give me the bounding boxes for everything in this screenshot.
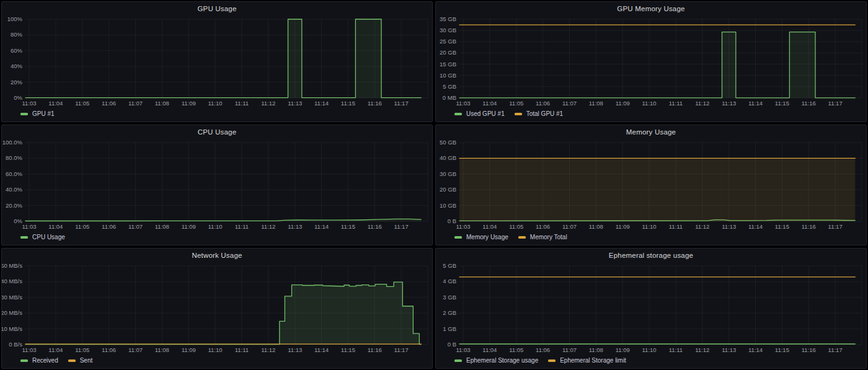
x-axis-tick-label: 11:15 <box>775 100 789 107</box>
legend-item-ephemeral-storage-limit[interactable]: Ephemeral Storage limit <box>548 358 626 364</box>
y-axis-tick-label: 0 B <box>448 218 456 224</box>
x-axis-tick-label: 11:08 <box>155 100 169 107</box>
x-axis-tick-label: 11:03 <box>456 346 470 353</box>
y-axis-tick-label: 4 GB <box>443 278 456 284</box>
x-axis-tick-label: 11:11 <box>669 346 683 353</box>
network-usage-legend: ReceivedSent <box>2 355 432 368</box>
legend-series-label: CPU Usage <box>32 234 65 240</box>
panel-title-ephemeral-storage-usage[interactable]: Ephemeral storage usage <box>436 249 866 261</box>
legend-series-color-icon <box>454 113 462 115</box>
x-axis-tick-label: 11:14 <box>314 100 329 107</box>
x-axis-tick-label: 11:17 <box>828 223 843 230</box>
x-axis-tick-label: 11:06 <box>536 223 550 230</box>
x-axis-tick-label: 11:15 <box>341 223 355 230</box>
x-axis-tick-label: 11:06 <box>536 346 550 353</box>
x-axis-tick-label: 11:12 <box>695 346 709 353</box>
x-axis-tick-label: 11:05 <box>509 100 523 107</box>
panel-title-gpu-memory-usage[interactable]: GPU Memory Usage <box>436 2 866 14</box>
x-axis-tick-label: 11:16 <box>368 100 382 107</box>
x-axis-tick-label: 11:03 <box>22 223 36 230</box>
x-axis-tick-label: 11:17 <box>828 346 843 353</box>
y-axis-tick-label: 0 B <box>448 341 456 348</box>
y-axis-tick-label: 5 GB <box>443 262 456 269</box>
x-axis-tick-label: 11:07 <box>128 100 143 107</box>
y-axis-tick-label: 1 GB <box>443 325 456 332</box>
chart-canvas: 0 B10 GB20 GB30 GB40 GB50 GB11:0311:0411… <box>436 138 866 231</box>
x-axis-tick-label: 11:09 <box>616 100 630 107</box>
y-axis-tick-label: 2 GB <box>443 309 456 316</box>
panel-title-network-usage[interactable]: Network Usage <box>2 249 432 261</box>
chart-canvas: 0%20.0%40.0%60.0%80.0%100.0%11:0311:0411… <box>2 138 432 231</box>
y-axis-tick-label: 20% <box>11 79 23 86</box>
gpu-memory-usage-plot: 0 MB5 GB10 GB15 GB20 GB25 GB30 GB35 GB11… <box>436 14 866 108</box>
gpu-usage-plot: 0%20%40%60%80%100%11:0311:0411:0511:0611… <box>2 14 432 108</box>
x-axis-tick-label: 11:10 <box>208 346 223 353</box>
x-axis-tick-label: 11:08 <box>589 346 603 353</box>
panel-memory-usage: Memory Usage 0 B10 GB20 GB30 GB40 GB50 G… <box>435 125 867 245</box>
x-axis-tick-label: 11:08 <box>155 346 169 353</box>
x-axis-tick-label: 11:10 <box>208 223 223 230</box>
legend-series-label: Total GPU #1 <box>526 111 563 117</box>
legend-item-memory-total[interactable]: Memory Total <box>518 234 567 240</box>
y-axis-tick-label: 80.0% <box>6 154 22 161</box>
x-axis-tick-label: 11:06 <box>102 346 116 353</box>
x-axis-tick-label: 11:07 <box>562 100 577 107</box>
x-axis-tick-label: 11:13 <box>288 223 302 230</box>
legend-series-label: GPU #1 <box>32 111 55 117</box>
y-axis-tick-label: 40 MB/s <box>2 278 22 284</box>
y-axis-tick-label: 25 GB <box>440 38 456 45</box>
panel-title-memory-usage[interactable]: Memory Usage <box>436 125 866 138</box>
x-axis-tick-label: 11:16 <box>802 100 816 107</box>
x-axis-tick-label: 11:16 <box>368 346 382 353</box>
y-axis-tick-label: 80% <box>11 31 23 38</box>
cpu-usage-plot: 0%20.0%40.0%60.0%80.0%100.0%11:0311:0411… <box>2 138 432 231</box>
legend-series-color-icon <box>454 359 462 362</box>
legend-item-received[interactable]: Received <box>20 358 58 364</box>
legend-series-label: Used GPU #1 <box>466 111 505 117</box>
x-axis-tick-label: 11:06 <box>102 223 116 230</box>
legend-item-sent[interactable]: Sent <box>68 358 93 364</box>
legend-item-memory-usage[interactable]: Memory Usage <box>454 234 508 240</box>
y-axis-tick-label: 40.0% <box>6 186 22 193</box>
panel-title-gpu-usage[interactable]: GPU Usage <box>2 2 432 14</box>
x-axis-tick-label: 11:12 <box>261 100 275 107</box>
x-axis-tick-label: 11:14 <box>314 223 329 230</box>
series-area-memory-total <box>459 158 855 221</box>
legend-item-ephemeral-storage-usage[interactable]: Ephemeral Storage usage <box>454 358 538 364</box>
legend-series-color-icon <box>515 113 522 115</box>
legend-series-label: Sent <box>80 358 93 364</box>
x-axis-tick-label: 11:05 <box>75 100 89 107</box>
panel-network-usage: Network Usage 0 B/s10 MB/s20 MB/s30 MB/s… <box>1 248 433 369</box>
panel-title-cpu-usage[interactable]: CPU Usage <box>2 125 432 138</box>
x-axis-tick-label: 11:07 <box>562 346 577 353</box>
legend-item-cpu-usage[interactable]: CPU Usage <box>20 234 65 240</box>
x-axis-tick-label: 11:13 <box>722 100 736 107</box>
x-axis-tick-label: 11:15 <box>775 346 789 353</box>
x-axis-tick-label: 11:10 <box>208 100 223 107</box>
x-axis-tick-label: 11:04 <box>48 223 63 230</box>
series-area-gpu-1 <box>25 19 421 98</box>
memory-usage-plot: 0 B10 GB20 GB30 GB40 GB50 GB11:0311:0411… <box>436 138 866 231</box>
y-axis-tick-label: 3 GB <box>443 294 456 301</box>
legend-series-color-icon <box>20 113 28 115</box>
legend-item-gpu-1[interactable]: GPU #1 <box>20 111 55 117</box>
legend-series-color-icon <box>548 359 556 362</box>
legend-item-used-gpu-1[interactable]: Used GPU #1 <box>454 111 505 117</box>
x-axis-tick-label: 11:05 <box>509 223 523 230</box>
x-axis-tick-label: 11:12 <box>261 346 275 353</box>
x-axis-tick-label: 11:14 <box>748 346 763 353</box>
y-axis-tick-label: 10 GB <box>440 202 456 209</box>
x-axis-tick-label: 11:03 <box>456 100 470 107</box>
x-axis-tick-label: 11:05 <box>75 223 89 230</box>
y-axis-tick-label: 60.0% <box>6 170 22 177</box>
y-axis-tick-label: 0% <box>14 218 22 224</box>
chart-canvas: 0 MB5 GB10 GB15 GB20 GB25 GB30 GB35 GB11… <box>436 14 866 108</box>
y-axis-tick-label: 20 MB/s <box>2 309 22 316</box>
y-axis-tick-label: 15 GB <box>440 61 456 68</box>
x-axis-tick-label: 11:09 <box>182 346 196 353</box>
y-axis-tick-label: 30 GB <box>440 27 456 33</box>
y-axis-tick-label: 100% <box>7 15 23 22</box>
x-axis-tick-label: 11:04 <box>482 100 497 107</box>
legend-item-total-gpu-1[interactable]: Total GPU #1 <box>515 111 563 117</box>
x-axis-tick-label: 11:12 <box>695 100 709 107</box>
